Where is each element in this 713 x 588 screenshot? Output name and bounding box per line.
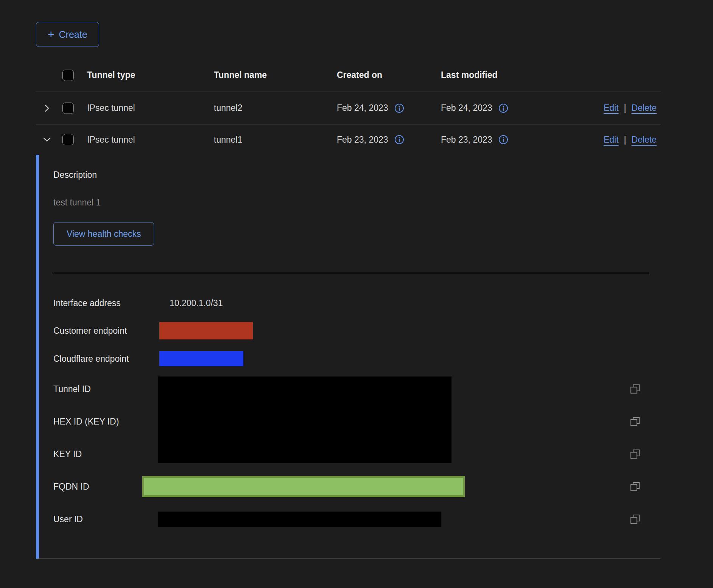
tunnel-name-cell: tunnel2 bbox=[214, 103, 337, 113]
delete-link[interactable]: Delete bbox=[632, 103, 657, 113]
expanded-tunnel-panel: Description test tunnel 1 View health ch… bbox=[36, 155, 660, 559]
create-button-label: Create bbox=[59, 29, 87, 40]
copy-button[interactable] bbox=[629, 513, 641, 526]
column-header-created-on: Created on bbox=[337, 70, 441, 80]
chevron-down-icon bbox=[42, 135, 52, 145]
tunnel-type-cell: IPsec tunnel bbox=[87, 103, 214, 113]
fqdn-id-redacted-value bbox=[142, 476, 465, 497]
copy-icon bbox=[629, 448, 641, 460]
section-divider bbox=[53, 273, 649, 273]
create-button[interactable]: + Create bbox=[36, 22, 99, 47]
info-icon[interactable] bbox=[394, 103, 404, 113]
tunnel-id-label: Tunnel ID bbox=[53, 384, 158, 394]
action-separator: | bbox=[624, 103, 626, 113]
last-modified-cell: Feb 24, 2023 bbox=[441, 103, 492, 113]
detail-row: Customer endpoint bbox=[53, 317, 660, 345]
interface-address-value: 10.200.1.0/31 bbox=[158, 298, 223, 308]
copy-button[interactable] bbox=[629, 480, 641, 493]
delete-link[interactable]: Delete bbox=[632, 135, 657, 145]
detail-row: KEY ID bbox=[53, 438, 660, 470]
interface-address-label: Interface address bbox=[53, 298, 158, 308]
detail-row: User ID bbox=[53, 503, 660, 535]
view-health-checks-button[interactable]: View health checks bbox=[53, 222, 154, 246]
detail-row: Interface address 10.200.1.0/31 bbox=[53, 289, 660, 317]
user-id-label: User ID bbox=[53, 514, 158, 524]
cloudflare-endpoint-redacted-value bbox=[159, 351, 243, 366]
view-health-checks-label: View health checks bbox=[67, 229, 141, 239]
description-value: test tunnel 1 bbox=[53, 198, 660, 208]
copy-icon bbox=[629, 416, 641, 427]
column-header-last-modified: Last modified bbox=[441, 70, 553, 80]
row-checkbox[interactable] bbox=[62, 134, 74, 145]
action-separator: | bbox=[624, 135, 626, 145]
customer-endpoint-redacted-value bbox=[159, 322, 253, 339]
customer-endpoint-label: Customer endpoint bbox=[53, 326, 158, 336]
collapse-row-button[interactable] bbox=[40, 133, 53, 146]
edit-link[interactable]: Edit bbox=[604, 103, 619, 113]
detail-row: Cloudflare endpoint bbox=[53, 345, 660, 373]
copy-button[interactable] bbox=[629, 448, 641, 460]
expand-row-button[interactable] bbox=[40, 102, 53, 115]
chevron-right-icon bbox=[42, 103, 52, 113]
hex-id-label: HEX ID (KEY ID) bbox=[53, 417, 158, 427]
tunnel-type-cell: IPsec tunnel bbox=[87, 135, 214, 145]
table-row: IPsec tunnel tunnel2 Feb 24, 2023 Feb 24… bbox=[36, 92, 660, 124]
column-header-tunnel-type: Tunnel type bbox=[87, 70, 214, 80]
info-icon[interactable] bbox=[394, 135, 404, 145]
description-label: Description bbox=[53, 170, 660, 180]
table-row: IPsec tunnel tunnel1 Feb 23, 2023 Feb 23… bbox=[36, 124, 660, 155]
copy-button[interactable] bbox=[629, 415, 641, 428]
edit-link[interactable]: Edit bbox=[604, 135, 619, 145]
info-icon[interactable] bbox=[498, 103, 508, 113]
select-all-checkbox[interactable] bbox=[62, 70, 74, 81]
copy-icon bbox=[629, 481, 641, 492]
table-header-row: Tunnel type Tunnel name Created on Last … bbox=[36, 59, 660, 92]
created-on-cell: Feb 24, 2023 bbox=[337, 103, 388, 113]
copy-icon bbox=[629, 383, 641, 395]
tunnels-page: + Create Tunnel type Tunnel name Created… bbox=[0, 0, 713, 588]
copy-icon bbox=[629, 513, 641, 525]
tunnels-table: Tunnel type Tunnel name Created on Last … bbox=[36, 59, 660, 559]
plus-icon: + bbox=[48, 29, 54, 40]
copy-button[interactable] bbox=[629, 383, 641, 395]
tunnel-name-cell: tunnel1 bbox=[214, 135, 337, 145]
created-on-cell: Feb 23, 2023 bbox=[337, 135, 388, 145]
row-checkbox[interactable] bbox=[62, 103, 74, 114]
cloudflare-endpoint-label: Cloudflare endpoint bbox=[53, 354, 158, 364]
key-id-label: KEY ID bbox=[53, 449, 158, 459]
detail-row: FQDN ID bbox=[53, 470, 660, 503]
tunnel-details: Interface address 10.200.1.0/31 Customer… bbox=[53, 289, 660, 535]
info-icon[interactable] bbox=[498, 135, 508, 145]
detail-row: HEX ID (KEY ID) bbox=[53, 405, 660, 438]
column-header-tunnel-name: Tunnel name bbox=[214, 70, 337, 80]
last-modified-cell: Feb 23, 2023 bbox=[441, 135, 492, 145]
user-id-redacted-value bbox=[158, 512, 441, 527]
detail-row: Tunnel ID bbox=[53, 373, 660, 405]
